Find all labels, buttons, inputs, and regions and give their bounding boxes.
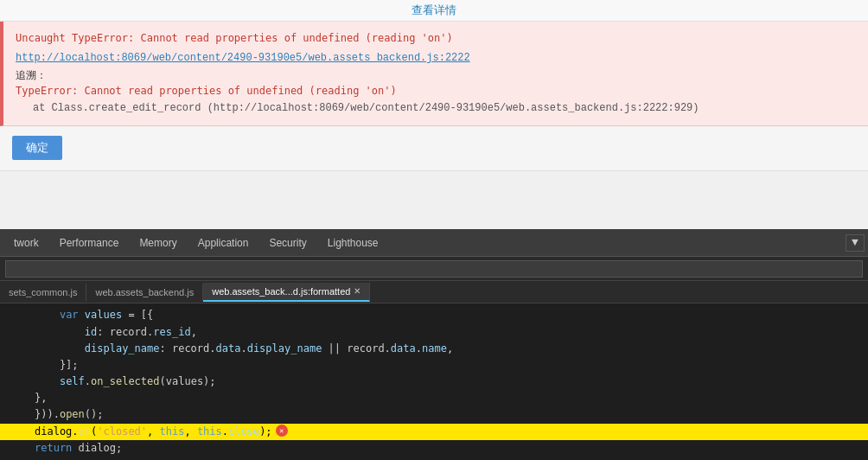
line-number <box>0 424 35 440</box>
code-area: var values = [{ id: record.res_id, displ… <box>0 303 868 460</box>
devtools-container: twork Performance Memory Application Sec… <box>0 229 868 460</box>
code-line-3: display_name: record.data.display_name |… <box>0 341 868 357</box>
error-indicator <box>276 425 288 437</box>
tab-memory[interactable]: Memory <box>129 232 187 254</box>
search-bar <box>0 257 868 281</box>
code-line-6: }, <box>0 390 868 406</box>
line-content: self.on_selected(values); <box>35 374 216 390</box>
code-line-5: self.on_selected(values); <box>0 374 868 390</box>
file-tab-common-label: sets_common.js <box>9 287 77 297</box>
close-tab-icon[interactable]: ✕ <box>354 286 361 296</box>
view-details-link[interactable]: 查看详情 <box>412 3 456 16</box>
line-number <box>0 341 35 357</box>
tab-performance[interactable]: Performance <box>49 232 130 254</box>
file-tabs: sets_common.js web.assets_backend.js web… <box>0 281 868 303</box>
error-panel: Uncaught TypeError: Cannot read properti… <box>0 22 868 126</box>
code-line-9: return dialog; <box>0 440 868 457</box>
file-tab-formatted-label: web.assets_back...d.js:formatted <box>212 286 350 297</box>
line-content: })).open(); <box>35 406 104 423</box>
line-number <box>0 440 35 457</box>
line-content: var values = [{ <box>35 307 153 323</box>
confirm-area: 确定 <box>0 126 868 171</box>
more-tabs-button[interactable]: ▼ <box>846 234 865 252</box>
line-content: id: record.res_id, <box>35 324 197 341</box>
search-input[interactable] <box>5 260 863 278</box>
file-tab-common[interactable]: sets_common.js <box>0 284 86 301</box>
trace-label: 追溯： <box>16 68 856 83</box>
error-line-1: Uncaught TypeError: Cannot read properti… <box>16 30 856 47</box>
file-tab-backend-label: web.assets_backend.js <box>95 287 194 297</box>
error-stack: at Class.create_edit_record (http://loca… <box>16 100 856 117</box>
chevron-down-icon: ▼ <box>852 236 858 249</box>
file-tab-backend[interactable]: web.assets_backend.js <box>86 284 203 301</box>
tab-lighthouse[interactable]: Lighthouse <box>317 232 389 254</box>
top-bar: 查看详情 <box>0 0 868 22</box>
tab-application[interactable]: Application <box>188 232 259 254</box>
code-line-4: }]; <box>0 357 868 374</box>
line-content: dialog.on('closed', this, this.close); <box>35 424 288 440</box>
devtools-toolbar: twork Performance Memory Application Sec… <box>0 229 868 257</box>
code-line-8-highlighted: dialog.on('closed', this, this.close); <box>0 424 868 440</box>
line-content: }]; <box>35 357 79 374</box>
tab-network[interactable]: twork <box>3 232 49 254</box>
file-tab-formatted[interactable]: web.assets_back...d.js:formatted ✕ <box>203 283 370 302</box>
line-number <box>0 374 35 390</box>
line-number <box>0 390 35 406</box>
line-number <box>0 307 35 323</box>
confirm-button[interactable]: 确定 <box>12 136 62 160</box>
line-content: }, <box>35 390 47 406</box>
line-content: return dialog; <box>35 440 122 457</box>
error-line-2: TypeError: Cannot read properties of und… <box>16 83 856 99</box>
line-number <box>0 357 35 374</box>
line-number <box>0 406 35 423</box>
code-line-2: id: record.res_id, <box>0 324 868 341</box>
line-number <box>0 324 35 341</box>
line-content: display_name: record.data.display_name |… <box>35 341 453 357</box>
code-line-1: var values = [{ <box>0 307 868 323</box>
tab-security[interactable]: Security <box>258 232 316 254</box>
error-url[interactable]: http://localhost:8069/web/content/2490-9… <box>16 52 470 64</box>
code-line-7: })).open(); <box>0 406 868 423</box>
